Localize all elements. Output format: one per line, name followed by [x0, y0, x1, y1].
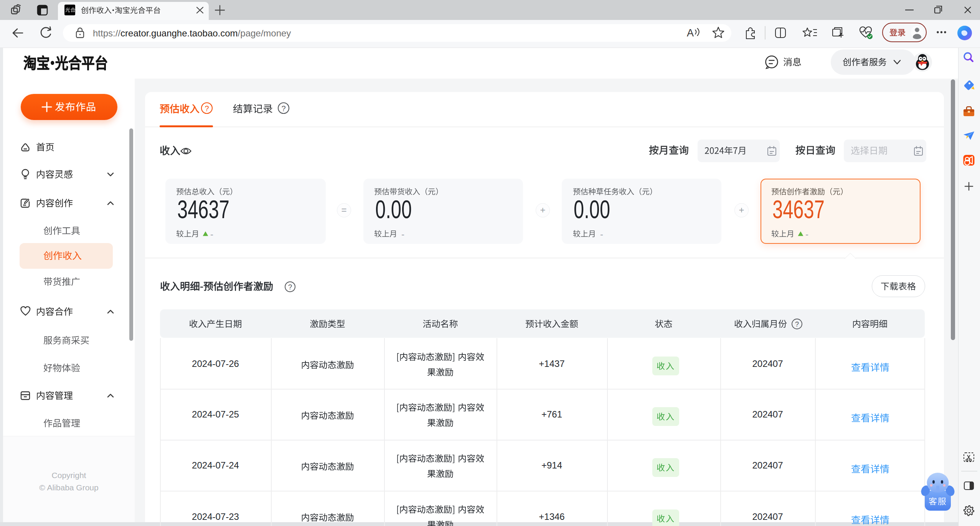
svg-text:?: ? — [205, 104, 209, 113]
svg-text:?: ? — [795, 321, 799, 328]
svg-text:?: ? — [288, 283, 292, 291]
svg-text:?: ? — [281, 104, 285, 113]
svg-text:A: A — [687, 27, 694, 39]
